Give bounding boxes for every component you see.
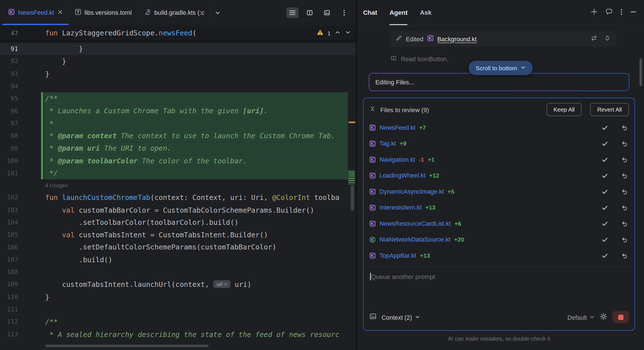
code-line[interactable]: 106 .setDefaultColorSchemeParams(customT… [0,241,356,253]
accept-file-button[interactable] [601,172,608,179]
usages-inlay-hint[interactable]: 4 Usages [45,182,68,189]
line-number[interactable]: 93 [0,70,18,77]
file-review-row[interactable]: DynamicAsyncImage.kt+5 [369,183,629,200]
file-review-row[interactable]: NewsResourceCardList.kt+6 [369,215,629,232]
sticky-code-line[interactable]: 47 fun LazyStaggeredGridScope.newsFeed( … [0,25,356,41]
revert-all-button[interactable]: Revert All [590,103,629,116]
prev-occurrence-icon[interactable] [334,29,341,37]
accept-file-button[interactable] [601,204,608,211]
stop-button[interactable] [612,311,629,323]
warning-stripe-mark[interactable] [349,121,355,123]
editor-tab-list-icon[interactable] [286,7,298,18]
more-options-icon[interactable] [620,8,622,17]
file-review-row[interactable]: NiaNetworkDataSource.kt+20 [369,231,629,247]
tab-chat[interactable]: Chat [363,0,377,25]
diff-stripe-marks[interactable] [348,171,355,184]
prompt-input[interactable]: Queue another prompt [369,267,629,308]
line-number[interactable]: 91 [0,45,18,53]
code-line[interactable]: 91 } [0,43,356,55]
file-link[interactable]: TopAppBar.kt [380,252,416,259]
revert-file-button[interactable] [621,124,628,131]
file-link[interactable]: Navigation.kt [380,156,415,163]
file-review-row[interactable]: InterestsItem.kt+13 [369,199,629,215]
line-number[interactable]: 95 [0,95,18,102]
keep-all-button[interactable]: Keep All [546,103,582,116]
line-number[interactable]: 97 [0,120,18,127]
tab-libs-versions-toml[interactable]: libs.versions.toml [69,0,138,25]
code-line[interactable]: 95/** [0,92,356,105]
line-number[interactable]: 104 [0,219,18,226]
revert-file-button[interactable] [621,156,628,163]
file-link[interactable]: NewsFeed.kt [380,124,416,131]
line-number[interactable]: 92 [0,57,18,65]
line-number[interactable]: 102 [0,194,18,201]
accept-file-button[interactable] [601,236,608,243]
revert-file-button[interactable] [621,188,628,195]
chat-history-icon[interactable] [605,8,613,17]
code-line[interactable]: 111 [0,303,356,316]
file-link[interactable]: Tag.kt [380,140,396,147]
editing-files-status[interactable]: Editing Files... [369,73,629,91]
code-line[interactable]: 104 .setToolbarColor(toolbarColor).build… [0,216,356,229]
line-number[interactable]: 107 [0,256,18,263]
file-link[interactable]: DynamicAsyncImage.kt [380,188,444,195]
code-line[interactable]: 105 val customTabsIntent = CustomTabsInt… [0,229,356,241]
code-line[interactable]: 100 * @param toolbarColor The color of t… [0,155,356,167]
tab-ask[interactable]: Ask [420,0,431,25]
accept-file-button[interactable] [601,220,608,227]
code-line[interactable]: 94 [0,80,356,92]
code-line[interactable]: 93} [0,67,356,80]
line-number[interactable]: 101 [0,170,18,177]
close-tab-icon[interactable] [57,9,63,16]
revert-file-button[interactable] [621,172,628,179]
horizontal-scrollbar-thumb[interactable] [45,345,209,347]
revert-file-button[interactable] [621,140,628,147]
line-number[interactable]: 109 [0,281,18,288]
line-number[interactable]: 108 [0,268,18,276]
model-selector[interactable]: Default [567,314,595,321]
line-number[interactable]: 110 [0,293,18,301]
code-line[interactable]: 108 [0,266,356,278]
split-editor-icon[interactable] [304,7,316,18]
file-review-row[interactable]: NewsFeed.kt+7 [369,119,629,136]
accept-file-button[interactable] [601,124,608,131]
attach-image-icon[interactable] [369,313,377,322]
file-link[interactable]: InterestsItem.kt [380,204,422,211]
accept-file-button[interactable] [601,140,608,147]
editor-scrollbar[interactable] [347,41,356,350]
code-line[interactable]: 96 * Launches a Custom Chrome Tab with t… [0,105,356,117]
code-line[interactable]: 107 .build() [0,253,356,266]
line-number[interactable]: 98 [0,132,18,140]
code-editor[interactable]: 91 }92 }93}9495/**96 * Launches a Custom… [0,41,356,350]
next-occurrence-icon[interactable] [345,29,351,37]
code-line[interactable]: 110} [0,291,356,303]
code-line[interactable]: 103 val customTabBarColor = CustomTabCol… [0,204,356,216]
context-selector[interactable]: Context (2) [382,314,420,321]
accept-file-button[interactable] [601,156,608,163]
code-line[interactable]: 99 * @param uri The URI to open. [0,142,356,155]
line-number[interactable]: 105 [0,231,18,238]
tab-newsfeed-kt[interactable]: NewsFeed.kt [3,0,69,25]
warning-icon[interactable] [317,29,324,37]
tab-build-gradle-kts[interactable]: build.gradle.kts (:c [138,0,210,25]
settings-gear-icon[interactable] [600,312,608,322]
line-number[interactable]: 96 [0,107,18,115]
revert-file-button[interactable] [621,220,628,227]
scroll-to-bottom-button[interactable]: Scroll to bottom [469,61,533,75]
more-options-icon[interactable] [338,7,350,18]
code-line[interactable]: 109 customTabsIntent.launchUrl(context, … [0,278,356,291]
code-line[interactable]: 102fun launchCustomChromeTab(context: Co… [0,191,356,204]
file-review-row[interactable]: Tag.kt+9 [369,135,629,151]
accept-file-button[interactable] [601,188,608,195]
collapse-icon[interactable] [369,105,376,114]
accept-file-button[interactable] [601,252,608,259]
edited-file-step[interactable]: Edited Background.kt [390,31,616,47]
screenshot-icon[interactable] [321,7,333,18]
hide-panel-icon[interactable] [630,8,637,17]
file-review-row[interactable]: Navigation.kt-1+1 [369,151,629,168]
chat-scrollbar-thumb[interactable] [639,58,642,86]
expand-step-icon[interactable] [604,35,611,43]
line-number[interactable]: 111 [0,306,18,313]
tab-agent[interactable]: Agent [389,0,408,25]
revert-file-button[interactable] [621,204,628,211]
